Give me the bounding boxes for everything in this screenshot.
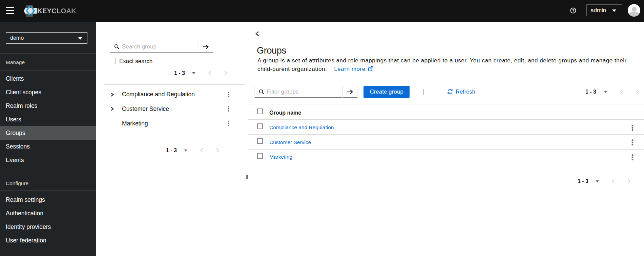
- svg-text:?: ?: [572, 8, 575, 13]
